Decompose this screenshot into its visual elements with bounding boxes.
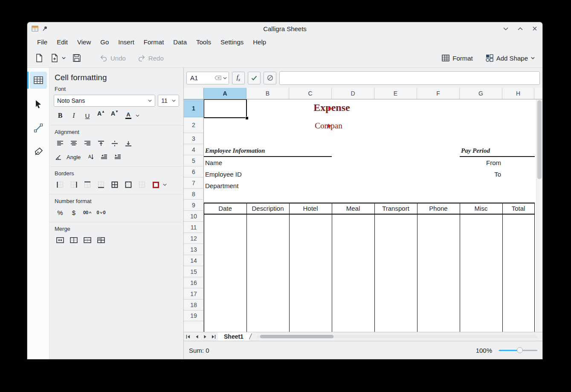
column-header-G[interactable]: G <box>460 88 502 99</box>
formula-input[interactable] <box>279 71 540 85</box>
menu-data[interactable]: Data <box>168 36 191 48</box>
bold-button[interactable]: B <box>54 110 67 121</box>
row-header-12[interactable]: 12 <box>184 233 203 244</box>
border-all-button[interactable] <box>108 179 121 190</box>
border-none-button[interactable] <box>136 179 148 190</box>
open-document-button[interactable] <box>48 52 68 64</box>
shade-window-icon[interactable] <box>502 25 509 32</box>
align-left-button[interactable] <box>54 138 67 149</box>
row-header-1[interactable]: 1 <box>184 99 203 117</box>
format-button[interactable]: Format <box>439 52 475 64</box>
first-sheet-button[interactable] <box>184 332 192 341</box>
menu-help[interactable]: Help <box>248 36 271 48</box>
merge-cells-button[interactable] <box>54 235 67 246</box>
add-shape-button[interactable]: Add Shape <box>483 52 537 64</box>
row-header-9[interactable]: 9 <box>184 200 203 211</box>
border-color-button[interactable] <box>149 179 162 190</box>
horizontal-scrollbar[interactable] <box>257 335 537 338</box>
align-center-button[interactable] <box>67 138 80 149</box>
row-header-3[interactable]: 3 <box>184 133 203 144</box>
increase-precision-button[interactable]: 00 <box>81 207 94 218</box>
menu-insert[interactable]: Insert <box>113 36 139 48</box>
pin-icon[interactable] <box>42 25 49 32</box>
border-right-button[interactable] <box>67 179 80 190</box>
shrink-font-button[interactable]: A▼ <box>108 110 121 121</box>
menu-go[interactable]: Go <box>96 36 113 48</box>
align-top-button[interactable] <box>95 138 107 149</box>
cell-reference-box[interactable]: A1 <box>186 72 229 84</box>
row-header-8[interactable]: 8 <box>184 189 203 200</box>
align-bottom-button[interactable] <box>122 138 135 149</box>
increase-indent-button[interactable] <box>111 151 124 163</box>
column-header-D[interactable]: D <box>332 88 374 99</box>
row-header-4[interactable]: 4 <box>184 144 203 155</box>
row-header-2[interactable]: 2 <box>184 117 203 133</box>
row-header-7[interactable]: 7 <box>184 177 203 189</box>
select-all-corner[interactable] <box>184 88 204 99</box>
row-header-14[interactable]: 14 <box>184 255 203 266</box>
decrease-precision-button[interactable]: 00 <box>95 207 107 218</box>
horizontal-scrollbar-thumb[interactable] <box>260 335 333 338</box>
vertical-text-button[interactable]: A <box>84 151 97 163</box>
merge-horizontal-button[interactable] <box>67 235 80 246</box>
underline-button[interactable]: U <box>81 110 94 121</box>
redo-button[interactable]: Redo <box>135 52 166 64</box>
row-header-10[interactable]: 10 <box>184 211 203 222</box>
font-family-select[interactable]: Noto Sans <box>54 95 155 107</box>
border-outline-button[interactable] <box>122 179 135 190</box>
connector-tool-button[interactable] <box>30 119 47 136</box>
save-button[interactable] <box>70 52 84 64</box>
menu-settings[interactable]: Settings <box>216 36 248 48</box>
previous-sheet-button[interactable] <box>192 332 201 341</box>
selection-tool-button[interactable] <box>30 96 47 113</box>
menu-file[interactable]: File <box>32 36 52 48</box>
close-window-icon[interactable] <box>531 25 538 32</box>
currency-format-button[interactable]: $ <box>67 207 80 218</box>
font-size-select[interactable]: 11 <box>158 95 179 107</box>
menu-format[interactable]: Format <box>139 36 169 48</box>
cell-selection[interactable] <box>204 99 247 118</box>
grow-font-button[interactable]: A▲ <box>95 110 107 121</box>
column-header-C[interactable]: C <box>289 88 332 99</box>
border-top-button[interactable] <box>81 179 94 190</box>
menu-tools[interactable]: Tools <box>191 36 216 48</box>
italic-button[interactable]: I <box>67 110 80 121</box>
cell-grid[interactable]: Expense Compan Employee Information Pay … <box>204 99 536 332</box>
column-header-F[interactable]: F <box>417 88 460 99</box>
function-button[interactable]: fx <box>232 72 245 84</box>
border-left-button[interactable] <box>54 179 67 190</box>
calligraphy-tool-button[interactable] <box>30 143 47 160</box>
zoom-slider-knob[interactable] <box>517 347 523 353</box>
column-header-H[interactable]: H <box>502 88 534 99</box>
column-header-B[interactable]: B <box>246 88 289 99</box>
row-header-11[interactable]: 11 <box>184 222 203 233</box>
zoom-slider[interactable] <box>499 347 537 354</box>
row-header-19[interactable]: 19 <box>184 311 203 321</box>
row-header-13[interactable]: 13 <box>184 244 203 255</box>
border-bottom-button[interactable] <box>95 179 107 190</box>
decrease-indent-button[interactable] <box>98 151 110 163</box>
text-color-button[interactable]: A <box>122 110 135 121</box>
vertical-scrollbar-thumb[interactable] <box>537 100 542 179</box>
align-right-button[interactable] <box>81 138 94 149</box>
row-header-17[interactable]: 17 <box>184 288 203 299</box>
maximize-window-icon[interactable] <box>517 25 524 32</box>
angle-button[interactable] <box>54 151 63 163</box>
cancel-button[interactable] <box>264 72 276 84</box>
row-header-5[interactable]: 5 <box>184 155 203 166</box>
sheet-tab[interactable]: Sheet1 <box>218 332 253 341</box>
menu-view[interactable]: View <box>72 36 96 48</box>
cell-tool-button[interactable] <box>30 72 47 89</box>
column-header-A[interactable]: A <box>204 88 246 99</box>
next-sheet-button[interactable] <box>201 332 209 341</box>
last-sheet-button[interactable] <box>209 332 218 341</box>
undo-button[interactable]: Undo <box>97 52 128 64</box>
menu-edit[interactable]: Edit <box>52 36 72 48</box>
align-middle-button[interactable] <box>108 138 121 149</box>
row-header-15[interactable]: 15 <box>184 266 203 277</box>
percent-format-button[interactable]: % <box>54 207 67 218</box>
column-header-E[interactable]: E <box>374 88 417 99</box>
row-header-6[interactable]: 6 <box>184 166 203 177</box>
new-document-button[interactable] <box>32 52 46 64</box>
row-header-16[interactable]: 16 <box>184 277 203 288</box>
